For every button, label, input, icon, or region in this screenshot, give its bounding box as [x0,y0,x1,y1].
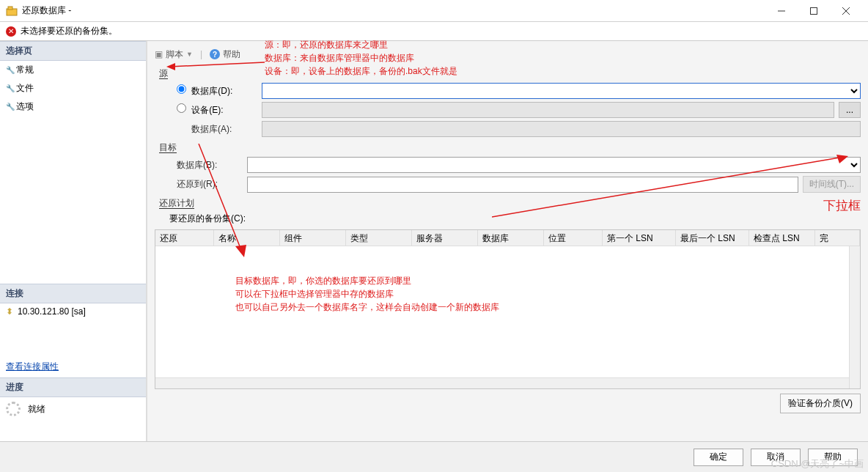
dropdown-arrow-icon: ▼ [186,51,193,58]
verify-media-button[interactable]: 验证备份介质(V) [780,394,861,413]
spinner-icon [6,402,21,416]
server-icon: ⬍ [6,306,13,317]
toolbar: ▣ 脚本 ▼ | ? 帮助 [155,45,861,63]
sidebar-item-label: 选项 [16,100,34,113]
help-label: 帮助 [223,48,240,61]
source-db-a-combo [262,121,861,137]
browse-device-button[interactable]: ... [839,102,861,118]
connection-header: 连接 [0,284,146,303]
col-restore[interactable]: 还原 [155,230,214,246]
col-position[interactable]: 位置 [544,230,603,246]
table-header-row: 还原 名称 组件 类型 服务器 数据库 位置 第一个 LSN 最后一个 LSN … [155,230,860,246]
target-db-combo[interactable] [247,157,861,173]
col-check-lsn[interactable]: 检查点 LSN [749,230,815,246]
col-component[interactable]: 组件 [280,230,346,246]
restore-to-input[interactable] [247,177,798,193]
progress-text: 就绪 [28,403,45,416]
target-header: 目标 [159,141,861,154]
source-db-radio-input[interactable] [177,84,186,94]
source-device-radio-input[interactable] [177,103,186,113]
svg-rect-3 [811,7,817,14]
script-icon: ▣ [155,49,163,59]
col-server[interactable]: 服务器 [412,230,478,246]
titlebar: 还原数据库 - [0,0,868,22]
maximize-button[interactable] [798,1,830,21]
source-db-radio-label: 数据库(D): [191,86,232,96]
backup-sets-table: 还原 名称 组件 类型 服务器 数据库 位置 第一个 LSN 最后一个 LSN … [155,229,861,389]
error-icon: ✕ [6,26,16,37]
col-type[interactable]: 类型 [346,230,412,246]
sidebar-item-options[interactable]: 🔧 选项 [0,97,146,116]
source-header: 源 [159,67,861,80]
source-db-radio[interactable]: 数据库(D): [177,84,257,97]
wrench-icon: 🔧 [6,66,13,74]
content-area: ▣ 脚本 ▼ | ? 帮助 源 数据库(D): 设备(E): [147,41,868,441]
connection-text: 10.30.121.80 [sa] [18,306,86,317]
source-device-radio[interactable]: 设备(E): [177,103,257,117]
error-text: 未选择要还原的备份集。 [21,25,117,37]
script-label: 脚本 [166,48,183,61]
help-icon: ? [210,49,220,59]
source-device-radio-label: 设备(E): [191,105,223,115]
view-connection-props-link[interactable]: 查看连接属性 [0,356,146,377]
sidebar: 选择页 🔧 常规 🔧 文件 🔧 选项 连接 ⬍ 10.30.121.80 [sa… [0,41,147,441]
source-db-combo[interactable] [262,83,861,99]
vertical-scrollbar[interactable] [849,246,860,388]
sidebar-item-general[interactable]: 🔧 常规 [0,61,146,79]
toolbar-separator: | [200,49,202,59]
target-db-label: 数据库(B): [177,159,243,172]
script-button[interactable]: ▣ 脚本 ▼ [155,48,193,61]
col-last-lsn[interactable]: 最后一个 LSN [676,230,749,246]
window-title: 还原数据库 - [22,4,765,17]
ok-button[interactable]: 确定 [694,449,743,466]
close-button[interactable] [830,1,862,21]
progress-header: 进度 [0,377,146,397]
timeline-button[interactable]: 时间线(T)... [803,176,861,193]
sidebar-item-files[interactable]: 🔧 文件 [0,79,146,97]
select-page-header: 选择页 [0,41,146,61]
horizontal-scrollbar[interactable] [155,377,849,388]
wrench-icon: 🔧 [6,103,13,111]
watermark: CSDN @天亮了~中画 [771,457,864,471]
minimize-button[interactable] [765,1,798,21]
app-icon [6,5,18,17]
source-db-a-label: 数据库(A): [191,123,257,136]
wrench-icon: 🔧 [6,84,13,92]
col-full[interactable]: 完 [815,230,860,246]
device-path-input [262,102,834,118]
progress-row: 就绪 [0,397,146,421]
plan-sets-label: 要还原的备份集(C): [169,213,861,225]
sidebar-item-label: 文件 [16,82,34,95]
dialog-button-bar: 确定 取消 帮助 [0,441,868,472]
connection-info: ⬍ 10.30.121.80 [sa] [0,303,146,320]
restore-to-label: 还原到(R): [177,178,243,191]
col-name[interactable]: 名称 [214,230,280,246]
error-bar: ✕ 未选择要还原的备份集。 [0,22,868,41]
col-database[interactable]: 数据库 [478,230,544,246]
svg-rect-1 [8,7,12,10]
help-button[interactable]: ? 帮助 [210,48,240,61]
col-first-lsn[interactable]: 第一个 LSN [603,230,676,246]
plan-header: 还原计划 [159,197,861,210]
sidebar-item-label: 常规 [16,64,34,76]
